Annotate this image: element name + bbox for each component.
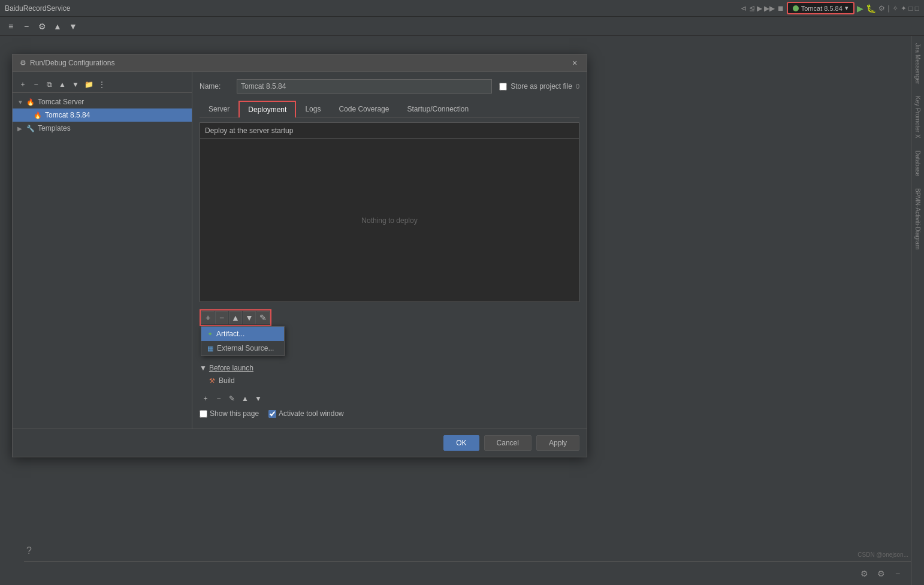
toolbar-menu-btn[interactable]: ≡ xyxy=(5,20,17,32)
deploy-remove-btn[interactable]: − xyxy=(215,311,228,324)
right-panel-bpmn[interactable]: BPMN-Activiti-Diagram xyxy=(913,183,922,254)
sidebar-remove-btn[interactable]: − xyxy=(31,79,41,90)
deploy-dropdown-menu: ✦ Artifact... ▦ External Source... xyxy=(201,326,285,356)
deploy-add-btn[interactable]: + xyxy=(201,311,215,324)
sidebar-toolbar: + − ⧉ ▲ ▼ 📁 ⋮ xyxy=(13,77,192,93)
sidebar-sort-btn[interactable]: ⋮ xyxy=(96,79,107,90)
deploy-up-btn[interactable]: ▲ xyxy=(229,311,242,324)
toolbar-up-btn[interactable]: ▲ xyxy=(52,20,64,32)
sidebar-copy-btn[interactable]: ⧉ xyxy=(44,79,55,90)
before-launch-toolbar: + − ✎ ▲ ▼ xyxy=(200,391,579,406)
sidebar-down-btn[interactable]: ▼ xyxy=(70,79,81,90)
show-page-check: Show this page xyxy=(200,409,259,418)
dialog-sidebar: + − ⧉ ▲ ▼ 📁 ⋮ ▼ 🔥 Tomcat Server 🔥 Tomcat… xyxy=(13,72,192,429)
app-title: BaiduRecordService xyxy=(5,4,70,13)
templates-icon: 🔧 xyxy=(26,123,35,133)
dropdown-artifact-item[interactable]: ✦ Artifact... xyxy=(201,327,284,341)
before-launch-item-build: ⚒ Build xyxy=(200,375,579,387)
show-page-checkbox[interactable] xyxy=(200,410,207,418)
tomcat-84-label: Tomcat 8.5.84 xyxy=(45,111,90,119)
bottom-minus-btn[interactable]: − xyxy=(892,568,904,580)
before-launch-section: ▼ Before launch ⚒ Build xyxy=(200,361,579,387)
name-label: Name: xyxy=(200,82,230,91)
dialog-footer: OK Cancel Apply xyxy=(13,429,587,457)
build-icon: ⚒ xyxy=(209,377,215,385)
toolbar-gear-btn[interactable]: ⚙ xyxy=(36,20,48,32)
tabs-bar: Server Deployment Logs Code Coverage Sta… xyxy=(200,101,579,117)
activate-tool-checkbox[interactable] xyxy=(268,410,276,418)
artifact-icon: ✦ xyxy=(207,330,213,338)
tab-deployment[interactable]: Deployment xyxy=(238,101,296,117)
bl-remove-btn[interactable]: − xyxy=(213,393,225,405)
tomcat-server-label: Tomcat Server xyxy=(38,98,84,106)
sidebar-add-btn[interactable]: + xyxy=(17,79,28,90)
dialog-content: Name: Store as project file 0 Server Dep… xyxy=(192,72,587,429)
templates-label: Templates xyxy=(38,124,71,132)
bl-up-btn[interactable]: ▲ xyxy=(239,393,251,405)
ext-source-icon: ▦ xyxy=(207,345,213,352)
deploy-empty: Nothing to deploy xyxy=(200,139,579,301)
store-help: 0 xyxy=(576,83,579,90)
ok-button[interactable]: OK xyxy=(443,435,479,451)
bottom-gear2-btn[interactable]: ⚙ xyxy=(875,568,887,580)
right-panel-database[interactable]: Database xyxy=(913,146,922,181)
dialog-title-icon: ⚙ xyxy=(20,59,26,67)
run-config-label: Tomcat 8.5.84 xyxy=(801,5,843,12)
bl-down-btn[interactable]: ▼ xyxy=(252,393,264,405)
sidebar-folder-btn[interactable]: 📁 xyxy=(83,79,94,90)
store-checkbox-row: Store as project file 0 xyxy=(499,82,579,91)
bottom-row: Show this page Activate tool window xyxy=(200,406,579,421)
bl-edit-btn[interactable]: ✎ xyxy=(226,393,238,405)
main-toolbar: ≡ − ⚙ ▲ ▼ xyxy=(0,17,924,36)
activate-tool-label: Activate tool window xyxy=(279,409,344,418)
run-debug-dialog: ⚙ Run/Debug Configurations × + − ⧉ ▲ ▼ 📁… xyxy=(12,54,587,457)
store-label: Store as project file xyxy=(511,82,572,91)
deploy-down-btn[interactable]: ▼ xyxy=(243,311,256,324)
expand-icon-tomcat-server: ▼ xyxy=(17,99,26,105)
dropdown-external-source-item[interactable]: ▦ External Source... xyxy=(201,341,284,355)
toolbar-minus-btn[interactable]: − xyxy=(20,20,32,32)
expand-icon-templates: ▶ xyxy=(17,125,26,132)
right-panels: Jira Messenger Key Promoter X Database B… xyxy=(911,36,924,585)
name-input[interactable] xyxy=(237,79,492,94)
watermark: CSDN @onejson... xyxy=(857,551,908,558)
before-launch-header[interactable]: ▼ Before launch xyxy=(200,361,579,375)
run-config-dropdown-icon[interactable]: ▾ xyxy=(845,4,848,12)
deploy-toolbar-highlighted: + − ▲ ▼ ✎ ✦ Artifact... ▦ External Sourc… xyxy=(200,309,271,326)
name-row: Name: Store as project file 0 xyxy=(200,79,579,94)
tab-code-coverage[interactable]: Code Coverage xyxy=(330,101,398,117)
build-label: Build xyxy=(219,376,235,385)
tab-server[interactable]: Server xyxy=(200,101,238,117)
activate-tool-check: Activate tool window xyxy=(268,409,344,418)
title-bar-right: ⊲ ⊴ ▶ ▶▶ ⏹ Tomcat 8.5.84 ▾ ▶ 🐛 ⚙ ∣ ✧ ✦ □… xyxy=(741,2,919,14)
dialog-close-button[interactable]: × xyxy=(570,58,579,68)
apply-button[interactable]: Apply xyxy=(536,435,579,451)
dialog-titlebar: ⚙ Run/Debug Configurations × xyxy=(13,55,587,72)
bottom-settings-btn[interactable]: ⚙ xyxy=(858,568,870,580)
run-indicator xyxy=(793,5,799,11)
deploy-toolbar: + − ▲ ▼ ✎ ✦ Artifact... ▦ External Sourc… xyxy=(200,307,579,328)
tab-logs[interactable]: Logs xyxy=(296,101,330,117)
deploy-header: Deploy at the server startup xyxy=(200,123,579,139)
help-button[interactable]: ? xyxy=(26,545,32,556)
run-config-button[interactable]: Tomcat 8.5.84 ▾ xyxy=(787,2,854,14)
right-panel-key-promoter[interactable]: Key Promoter X xyxy=(913,91,922,143)
dialog-title-text: ⚙ Run/Debug Configurations xyxy=(20,59,114,67)
cancel-button[interactable]: Cancel xyxy=(484,435,532,451)
tree-item-templates[interactable]: ▶ 🔧 Templates xyxy=(13,122,192,135)
title-bar: BaiduRecordService ⊲ ⊴ ▶ ▶▶ ⏹ Tomcat 8.5… xyxy=(0,0,924,17)
tomcat-server-icon: 🔥 xyxy=(26,97,35,107)
sidebar-up-btn[interactable]: ▲ xyxy=(57,79,68,90)
deploy-edit-btn[interactable]: ✎ xyxy=(256,311,270,324)
right-panel-jira[interactable]: Jira Messenger xyxy=(913,38,922,89)
before-launch-expand-icon: ▼ xyxy=(200,364,207,372)
tomcat-84-icon: 🔥 xyxy=(33,110,43,120)
bottom-panel: ⚙ ⚙ − xyxy=(24,561,911,585)
toolbar-down-btn[interactable]: ▼ xyxy=(67,20,79,32)
tree-item-tomcat-84[interactable]: 🔥 Tomcat 8.5.84 xyxy=(13,108,192,122)
before-launch-label: Before launch xyxy=(209,364,253,372)
store-as-project-checkbox[interactable] xyxy=(499,83,507,91)
bl-add-btn[interactable]: + xyxy=(200,393,212,405)
tab-startup-connection[interactable]: Startup/Connection xyxy=(398,101,478,117)
tree-item-tomcat-server[interactable]: ▼ 🔥 Tomcat Server xyxy=(13,95,192,108)
